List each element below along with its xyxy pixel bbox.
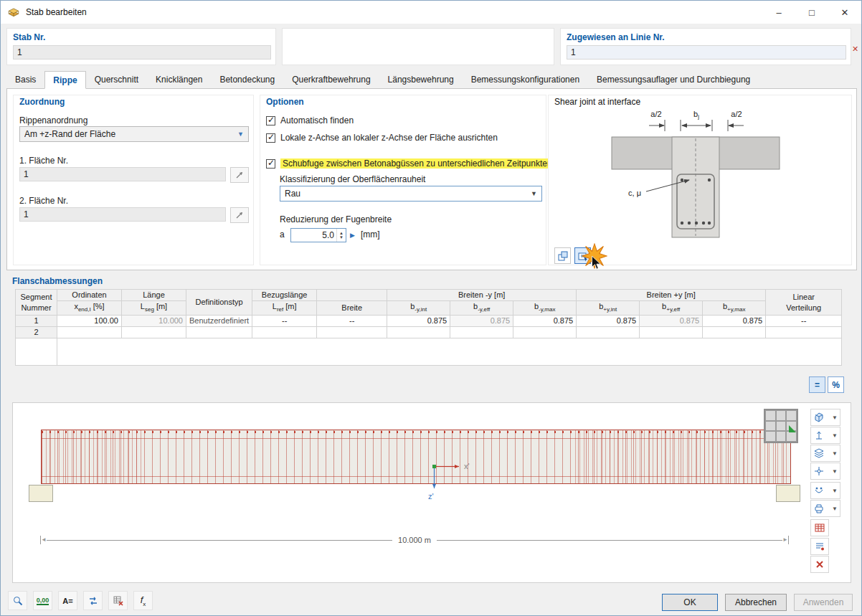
tab-knicklaengen[interactable]: Knicklängen bbox=[147, 70, 211, 88]
fugenbreite-label: Reduzierung der Fugenbreite bbox=[280, 214, 392, 224]
print-button[interactable]: ▼ bbox=[810, 500, 840, 517]
length-dimension: ◄ 10.000 m ► bbox=[40, 535, 789, 545]
dimension-label: 10.000 m bbox=[392, 536, 437, 544]
absolute-values-button[interactable]: = bbox=[809, 376, 825, 393]
rotate-view-button[interactable]: ▼ bbox=[810, 482, 840, 499]
col-subheader-bp-max: b+y,max bbox=[703, 301, 766, 316]
result-table-button[interactable] bbox=[810, 519, 829, 536]
clear-view-button[interactable] bbox=[810, 556, 829, 573]
zuordnung-title: Zuordnung bbox=[19, 97, 65, 107]
dialog-toolbar: 0,00 A= fx bbox=[8, 591, 153, 610]
checkbox-automatisch-finden[interactable] bbox=[266, 116, 275, 125]
delete-rows-button[interactable] bbox=[108, 591, 128, 610]
checkbox-lokale-z-achse[interactable] bbox=[266, 133, 275, 143]
rippenanordnung-select[interactable]: Am +z-Rand der Fläche ▼ bbox=[19, 126, 249, 142]
sync-squares-icon bbox=[557, 250, 569, 262]
member-number-label: Stab Nr. bbox=[13, 32, 45, 42]
local-axes-indicator: x' z' bbox=[425, 458, 483, 505]
chevron-down-icon: ▼ bbox=[832, 506, 838, 512]
node-axes-button[interactable]: ▼ bbox=[810, 463, 840, 480]
rippe-tab-panel: Zuordnung Rippenanordnung Am +z-Rand der… bbox=[6, 88, 857, 270]
chevron-down-icon: ▼ bbox=[832, 432, 838, 439]
formula-button[interactable]: fx bbox=[133, 591, 153, 610]
graphics-viewport[interactable]: x' z' ◄ 10.000 m ► ▼ ▼ ▼ ▼ ▼ bbox=[12, 402, 851, 583]
rippenanordnung-label: Rippenanordnung bbox=[19, 115, 87, 125]
svg-text:bj: bj bbox=[693, 110, 699, 120]
support-right[interactable] bbox=[776, 485, 800, 502]
support-left[interactable] bbox=[29, 485, 53, 502]
tab-bemessungsauflager[interactable]: Bemessungsauflager und Durchbiegung bbox=[588, 70, 759, 88]
checkbox-label: Lokale z-Achse an lokaler z-Achse der Fl… bbox=[280, 133, 498, 143]
annotation-button[interactable]: A= bbox=[58, 591, 77, 610]
header-empty-box bbox=[282, 28, 554, 65]
table-row: 2 bbox=[16, 327, 842, 338]
tbeam-cross-section-diagram: a/2 bj a/2 c, μ bbox=[549, 108, 850, 245]
shear-joint-group: Shear joint at interface a/2 bj a/2 bbox=[548, 95, 852, 265]
svg-text:x': x' bbox=[464, 462, 470, 470]
col-header-linear: LinearVerteilung bbox=[766, 290, 842, 316]
flaeche2-label: 2. Fläche Nr. bbox=[19, 196, 68, 206]
a-label: a bbox=[280, 229, 285, 240]
svg-text:z': z' bbox=[428, 492, 434, 501]
pick-arrow-icon bbox=[235, 170, 245, 180]
tab-querkraftbewehrung[interactable]: Querkraftbewehrung bbox=[283, 70, 379, 88]
node-axes-icon bbox=[813, 465, 825, 477]
chevron-down-icon: ▼ bbox=[832, 414, 838, 421]
view-cube[interactable] bbox=[764, 409, 798, 443]
assigned-line-input[interactable] bbox=[567, 45, 846, 60]
window-title: Stab bearbeiten bbox=[26, 7, 87, 17]
red-grid-icon bbox=[814, 522, 825, 534]
flanschabmessungen-title: Flanschabmessungen bbox=[12, 276, 103, 286]
titlebar[interactable]: Stab bearbeiten – □ ✕ bbox=[1, 1, 861, 24]
minimize-icon[interactable]: – bbox=[762, 1, 795, 24]
units-settings-button[interactable]: 0,00 bbox=[33, 591, 52, 610]
percent-values-button[interactable]: % bbox=[828, 376, 844, 393]
flaeche2-pick-button[interactable] bbox=[230, 207, 249, 223]
tab-laengsbewehrung[interactable]: Längsbewehrung bbox=[379, 70, 463, 88]
mm-unit-label: [mm] bbox=[361, 229, 380, 240]
fugenbreite-spinner[interactable]: 5.0 ▲▼ bbox=[290, 228, 346, 242]
tab-bemessungskonfigurationen[interactable]: Bemessungskonfigurationen bbox=[463, 70, 588, 88]
flaeche2-input[interactable] bbox=[19, 207, 226, 222]
col-header-bezugslaenge: Bezugslänge bbox=[252, 290, 317, 301]
remove-line-assignment-button[interactable]: ✕ bbox=[852, 42, 862, 55]
maximize-icon[interactable]: □ bbox=[795, 1, 828, 24]
tab-rippe[interactable]: Rippe bbox=[44, 71, 85, 89]
col-subheader-bm-int: b-y,int bbox=[387, 301, 450, 316]
layers-icon bbox=[813, 447, 825, 459]
flaeche1-pick-button[interactable] bbox=[230, 167, 249, 183]
svg-text:c, μ: c, μ bbox=[628, 189, 641, 197]
tab-basis[interactable]: Basis bbox=[6, 70, 44, 88]
tab-betondeckung[interactable]: Betondeckung bbox=[211, 70, 283, 88]
col-group-breiten-plus-y: Breiten +y [m] bbox=[577, 290, 766, 301]
assigned-line-label: Zugewiesen an Linie Nr. bbox=[567, 32, 665, 42]
member-number-input[interactable] bbox=[13, 45, 271, 60]
detail-arrow-button[interactable]: ▶ bbox=[348, 228, 357, 242]
cancel-button[interactable]: Abbrechen bbox=[725, 594, 787, 611]
col-subheader-bm-eff: b-y,eff bbox=[450, 301, 513, 316]
isometric-view-button[interactable]: ▼ bbox=[810, 409, 840, 426]
numbering-list-button[interactable] bbox=[810, 538, 829, 555]
close-icon[interactable]: ✕ bbox=[828, 1, 861, 24]
view-direction-button[interactable]: ▼ bbox=[810, 427, 840, 444]
ok-button[interactable]: OK bbox=[662, 594, 718, 611]
visibility-layers-button[interactable]: ▼ bbox=[810, 445, 840, 462]
find-in-graphic-button[interactable] bbox=[8, 591, 27, 610]
assigned-line-box: Zugewiesen an Linie Nr. bbox=[560, 28, 851, 65]
mesh-dense-left bbox=[42, 430, 142, 483]
checkbox-schubfuge[interactable] bbox=[266, 159, 275, 169]
table-row: 1 100.00 10.000 Benutzerdefiniert -- -- … bbox=[16, 316, 842, 327]
oberflaechenrauheit-select[interactable]: Rau ▼ bbox=[280, 186, 542, 202]
col-header-segment: SegmentNummer bbox=[16, 290, 57, 316]
member-mesh-rendering[interactable] bbox=[41, 430, 791, 484]
flaeche1-input[interactable] bbox=[19, 167, 226, 181]
oberflaechenrauheit-label: Klassifizierung der Oberflächenrauheit bbox=[280, 174, 425, 184]
tab-querschnitt[interactable]: Querschnitt bbox=[86, 70, 147, 88]
axis-arrow-icon bbox=[813, 430, 825, 441]
spinner-arrows-icon[interactable]: ▲▼ bbox=[336, 229, 346, 242]
col-header-ordinaten: Ordinaten bbox=[57, 290, 122, 301]
shear-joint-title: Shear joint at interface bbox=[554, 97, 640, 107]
exchange-button[interactable] bbox=[83, 591, 103, 610]
sync-graphic-button[interactable] bbox=[554, 247, 571, 264]
col-subheader-bp-eff: b+y,eff bbox=[640, 301, 703, 316]
